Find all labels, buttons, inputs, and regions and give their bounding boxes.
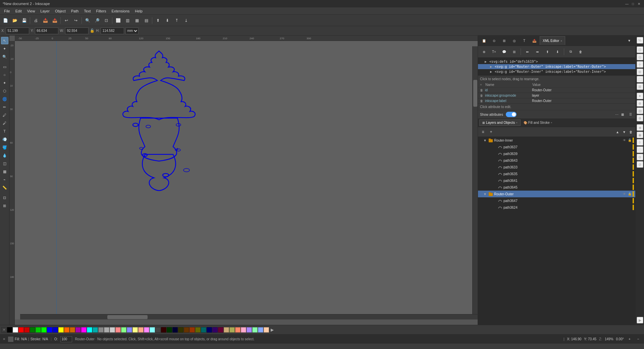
xml-new-element[interactable]: ⊕ [480, 47, 488, 56]
swatch-green[interactable] [36, 327, 41, 333]
opacity-input[interactable] [60, 336, 72, 342]
layers-delete[interactable]: 🗑 [628, 129, 634, 135]
document-props-icon[interactable]: 📋 [480, 36, 488, 45]
redo-button[interactable]: ↪ [71, 16, 80, 25]
snap-grid[interactable]: ⊞ [637, 68, 643, 75]
x-indicator[interactable]: ✕ [3, 337, 5, 341]
tree-drawing[interactable] [58, 44, 260, 259]
new-button[interactable]: 📄 [1, 16, 10, 25]
spiral-tool[interactable]: 🌀 [1, 95, 8, 103]
layers-up[interactable]: ▲ [614, 129, 621, 135]
layer-path3633[interactable]: ▶ path3633 [478, 164, 635, 170]
filter3[interactable]: ▤ [637, 107, 643, 114]
object-props-icon[interactable]: ⊙ [490, 36, 498, 45]
swatch-darkorange[interactable] [70, 327, 75, 333]
swatch-verydark2[interactable] [167, 327, 172, 333]
swatch-gray3[interactable] [110, 327, 115, 333]
node-tool[interactable]: ✦ [1, 45, 8, 52]
view-list[interactable]: ☰ [628, 111, 634, 117]
delete-attr-label[interactable]: 🗑 [480, 99, 483, 103]
swatch-sky[interactable] [258, 327, 263, 333]
swatch-yellow[interactable] [58, 327, 64, 333]
xml-unindent[interactable]: ⬅ [523, 47, 532, 56]
zoom-in-status[interactable]: + [627, 337, 632, 342]
snap-nodes[interactable]: ◎ [637, 54, 643, 60]
spray-tool[interactable]: 💨 [1, 136, 8, 143]
xml-new-comment[interactable]: 💬 [500, 47, 508, 56]
align-left-button[interactable]: ⬜ [114, 16, 122, 25]
layer-router-outer[interactable]: ▼ Router-Outer 👁 🔓 [478, 191, 635, 197]
paint-tool[interactable]: 🪣 [1, 144, 8, 151]
xml-duplicate[interactable]: ⧉ [566, 47, 575, 56]
layer-path3645[interactable]: ▶ path3645 [478, 184, 635, 191]
gradient-tool[interactable]: ◫ [1, 160, 8, 167]
layer-path3637[interactable]: ▶ path3637 [478, 144, 635, 150]
color-manage2[interactable]: ◉ [637, 132, 643, 138]
layer-outer-lock[interactable]: 🔓 [627, 192, 632, 196]
swatch-darkblue[interactable] [53, 327, 58, 333]
swatch-pink[interactable] [241, 327, 246, 333]
star-tool[interactable]: ✦ [1, 79, 8, 87]
swatch-cyan[interactable] [87, 327, 92, 333]
align-right-button[interactable]: ▥ [123, 16, 132, 25]
add-layer-plus[interactable]: + [487, 128, 495, 136]
swatch-lightcyan[interactable] [150, 327, 155, 333]
delete-attr-groupmode[interactable]: 🗑 [480, 94, 483, 97]
swatch-maroon[interactable] [218, 327, 223, 333]
layer-inner-lock[interactable]: 🔓 [627, 138, 632, 143]
snap-on-off[interactable]: % [637, 37, 643, 44]
layers-tab-close[interactable]: × [516, 121, 518, 124]
layer-path3643[interactable]: ▶ path3643 [478, 157, 635, 164]
layer-path3647[interactable]: ▶ path3647 [478, 197, 635, 204]
swatch-gray1[interactable] [98, 327, 104, 333]
zoom-out-button[interactable]: 🔎 [93, 16, 101, 25]
pages-tool[interactable]: ⊡ [1, 194, 8, 201]
w-input[interactable] [65, 28, 89, 34]
minimize-button[interactable]: — [625, 1, 629, 6]
group-button[interactable]: ▦ [132, 16, 141, 25]
layer-outer-visibility[interactable]: 👁 [622, 192, 627, 196]
lock-icon[interactable]: 🔓 [90, 29, 95, 33]
xml-attr-id[interactable]: 🗑 id Router-Outer [478, 88, 635, 93]
zoom-fit-button[interactable]: ⊡ [102, 16, 111, 25]
maximize-button[interactable]: □ [631, 1, 635, 6]
select-tool[interactable]: ↖ [1, 37, 8, 44]
calligraphy-tool[interactable]: 🖋 [1, 119, 8, 127]
swatch-verydark3[interactable] [172, 327, 178, 333]
close-button[interactable]: ✕ [637, 1, 641, 6]
layer-path3639[interactable]: ▶ path3639 [478, 150, 635, 157]
swatch-indigo[interactable] [212, 327, 218, 333]
x-input[interactable] [6, 28, 29, 34]
show-attrs-toggle[interactable] [506, 112, 517, 117]
xml-attr-label[interactable]: 🗑 inkscape:label Router-Outer [478, 98, 635, 104]
layers-objects-tab[interactable]: ⊞ Layers and Objects × [479, 119, 521, 126]
raise-button[interactable]: ⬆ [154, 16, 162, 25]
xml-add-attr[interactable]: + [480, 83, 485, 87]
scrollbar-h-thumb[interactable] [107, 315, 148, 319]
y-input[interactable] [35, 28, 58, 34]
swatch-purple[interactable] [75, 327, 81, 333]
expand-router-inner[interactable]: ▼ [483, 139, 487, 142]
filter1[interactable]: ✦ [637, 93, 643, 99]
zoom-out-status[interactable]: − [636, 337, 641, 342]
fill-stroke-tab[interactable]: 🎨 Fill and Stroke × [521, 119, 555, 126]
swatch-darkgray[interactable] [155, 327, 161, 333]
export-icon[interactable]: 📤 [530, 36, 539, 45]
filter2[interactable]: ⊕ [637, 100, 643, 107]
eyedrop-tool[interactable]: 💧 [1, 152, 8, 159]
panel-expand[interactable]: ▶ [637, 317, 643, 323]
swatch-navy[interactable] [207, 327, 212, 333]
swatch-brown[interactable] [184, 327, 189, 333]
menu-object[interactable]: Object [52, 8, 68, 14]
layers-down[interactable]: ▼ [621, 129, 627, 135]
print-button[interactable]: 🖨 [32, 16, 40, 25]
layer-path3624[interactable]: ▶ path3624 [478, 204, 635, 211]
snap-toggle[interactable]: ⊞ [1, 202, 8, 209]
rect-tool[interactable]: ▭ [1, 63, 8, 70]
swatch-darkred[interactable] [24, 327, 30, 333]
filter4[interactable]: ⊗ [637, 115, 643, 121]
xml-attr-groupmode[interactable]: 🗑 inkscape:groupmode layer [478, 93, 635, 98]
swatch-lime[interactable] [41, 327, 47, 333]
canvas[interactable]: -50 -25 0 25 50 80 120 150 180 210 240 2… [9, 36, 478, 325]
measure-tool[interactable]: 📏 [1, 184, 8, 191]
